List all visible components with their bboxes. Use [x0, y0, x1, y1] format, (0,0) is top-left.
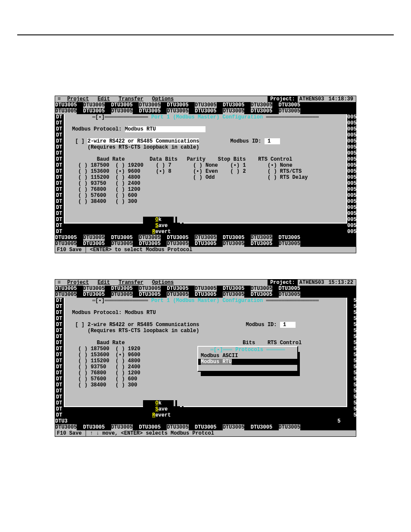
radio-baud-600[interactable]: ( )	[115, 193, 128, 199]
backdrop-left: DT DT DT DT DT DT DT DT DT DT DT DT DT D…	[55, 298, 64, 418]
menu-edit[interactable]: Edit	[93, 280, 114, 286]
dialog-title: ═[▪]══════════════ Port 1 (Modbus Master…	[65, 114, 346, 120]
backdrop-row: DTU3005 DTU3005 DTU3005 DTU3005 DTU3005 …	[55, 424, 356, 430]
clock: 15:13:22	[326, 280, 356, 286]
modbus-id-input[interactable]: 1	[265, 138, 280, 144]
revert-button[interactable]: Revert	[143, 412, 180, 418]
close-icon[interactable]: [▪]	[95, 114, 105, 120]
radio-baud-19200[interactable]: ( )	[115, 162, 128, 168]
status-hotkey: F10 Save	[57, 430, 82, 436]
menu-project[interactable]: Project	[63, 96, 93, 102]
column-headers: Baud Rate Data Bits Parity Stop Bits RTS…	[65, 156, 346, 162]
radio-baud-38400[interactable]: ( )	[78, 199, 91, 205]
radio-baud-4800[interactable]: ( )	[115, 358, 128, 364]
popup-opt-rtu[interactable]: Modbus RTU	[198, 359, 297, 365]
protocol-field[interactable]: Modbus Protocol: Modbus RTU	[65, 310, 346, 316]
column-headers: Baud Rate Bits RTS Control	[65, 340, 346, 346]
popup-title: ═[▪]═══ Protocols ══════	[198, 347, 297, 353]
radio-rts-cts[interactable]: ( )	[268, 168, 280, 174]
checkbox-2wire[interactable]: [ ] 2-wire RS422 or RS485 Communications	[69, 322, 199, 328]
menu-edit[interactable]: Edit	[93, 96, 114, 102]
radio-databits-7[interactable]: ( )	[156, 162, 168, 168]
radio-baud-76800[interactable]: ( )	[78, 187, 91, 193]
radio-baud-2400[interactable]: ( )	[115, 180, 128, 187]
radio-baud-115200[interactable]: ( )	[78, 174, 91, 180]
ok-button[interactable]: Ok	[143, 400, 174, 406]
ok-button[interactable]: Ok	[143, 217, 174, 223]
close-icon[interactable]: [▪]	[214, 347, 223, 353]
radio-baud-9600[interactable]: (•)	[115, 168, 128, 174]
radio-baud-38400[interactable]: ( )	[78, 382, 91, 388]
dialog-port1-config: DT DT DT DT DT DT DT DT DT DT DT DT DT D…	[55, 114, 356, 235]
backdrop-row: DTU3005 DTU3005 DTU3005 DTU3005 DTU3005 …	[55, 241, 356, 247]
backdrop-right: 005 005 005 005 005 005 005 005 005 005 …	[347, 114, 356, 235]
backdrop-row: DTU3005 DTU3005 DTU3005 DTU3005 DTU3005 …	[55, 235, 356, 241]
popup-opt-ascii[interactable]: Modbus ASCII	[198, 353, 297, 359]
radio-rts-none[interactable]: (•)	[268, 162, 280, 168]
modbus-id-label: Modbus ID:	[246, 322, 277, 328]
clock: 14:18:39	[326, 96, 356, 102]
project-label: Project:	[268, 96, 298, 102]
menu-options[interactable]: Options	[148, 280, 178, 286]
backdrop-row: DTU3005 DTU3005 DTU3005 DTU3005 DTU3005 …	[55, 102, 356, 108]
save-button[interactable]: Save	[143, 223, 180, 229]
status-hint: <ENTER> to select Modbus Protocol	[90, 247, 193, 253]
radio-baud-300[interactable]: ( )	[115, 382, 128, 388]
protocol-field[interactable]: Modbus Protocol: Modbus RTU	[65, 126, 346, 132]
project-name: ATHENS03	[298, 280, 326, 286]
close-icon[interactable]: [▪]	[95, 298, 105, 304]
statusbar: F10 Save│<ENTER> to select Modbus Protoc…	[55, 247, 356, 253]
protocol-value[interactable]: Modbus RTU	[125, 126, 206, 132]
statusbar: F10 Save│↑ ↓ move, <ENTER> selects Modbu…	[55, 430, 356, 436]
radio-baud-4800[interactable]: ( )	[115, 174, 128, 180]
protocols-popup: ═[▪]═══ Protocols ══════ Modbus ASCII Mo…	[197, 346, 298, 372]
backdrop-row: DTU3005 DTU3005 DTU3005 DTU3005 DTU3005 …	[55, 292, 356, 298]
menu-transfer[interactable]: Transfer	[114, 280, 148, 286]
modbus-id-input[interactable]: 1	[280, 322, 296, 328]
status-hint: ↑ ↓ move, <ENTER> selects Modbus Protcol	[90, 430, 214, 436]
terminal-figure-1: ≡ Project Edit Transfer Options Project:…	[55, 96, 356, 253]
radio-baud-1200[interactable]: ( )	[115, 370, 128, 376]
radio-stop-1[interactable]: (•)	[230, 162, 243, 168]
revert-button[interactable]: Revert	[143, 229, 180, 235]
backdrop-left: DT DT DT DT DT DT DT DT DT DT DT DT DT D…	[55, 114, 64, 235]
checkbox-note: (Requires RTS-CTS loopback in cable)	[65, 328, 346, 334]
radio-baud-187500[interactable]: ( )	[78, 346, 91, 352]
menu-options[interactable]: Options	[148, 96, 178, 102]
radio-parity-odd[interactable]: ( )	[193, 174, 206, 180]
modbus-id-label: Modbus ID:	[230, 138, 261, 144]
radio-baud-1200[interactable]: ( )	[115, 187, 128, 193]
menubar: ≡ Project Edit Transfer Options Project:…	[55, 96, 356, 102]
backdrop-right: 5 5 5 5 5 5 5 5 5 5 5 5 5 5 5 5 5 5 5 5	[347, 298, 356, 418]
radio-baud-76800[interactable]: ( )	[78, 370, 91, 376]
radio-databits-8[interactable]: (•)	[156, 168, 168, 174]
radio-baud-57600[interactable]: ( )	[78, 376, 91, 382]
radio-baud-9600[interactable]: (•)	[115, 352, 128, 358]
protocol-value[interactable]: Modbus RTU	[125, 310, 156, 316]
radio-baud-115200[interactable]: ( )	[78, 358, 91, 364]
menu-project[interactable]: Project	[63, 280, 93, 286]
radio-parity-none[interactable]: ( )	[193, 162, 206, 168]
dialog-title: ═[▪]══════════════ Port 1 (Modbus Master…	[65, 298, 346, 304]
menu-transfer[interactable]: Transfer	[114, 96, 148, 102]
radio-parity-even[interactable]: (•)	[193, 168, 206, 174]
radio-rts-delay[interactable]: ( )	[268, 174, 280, 180]
save-button[interactable]: Save	[143, 406, 180, 412]
app-menu-icon[interactable]: ≡	[55, 280, 63, 286]
backdrop-row: DTU3005 DTU3005 DTU3005 DTU3005 DTU3005 …	[55, 108, 356, 114]
radio-baud-187500[interactable]: ( )	[78, 162, 91, 168]
radio-baud-19200[interactable]: ( )	[115, 346, 128, 352]
radio-baud-153600[interactable]: ( )	[78, 352, 91, 358]
checkbox-2wire[interactable]: [ ] 2-wire RS422 or RS485 Communications	[69, 138, 199, 144]
app-menu-icon[interactable]: ≡	[55, 96, 63, 102]
radio-baud-153600[interactable]: ( )	[78, 168, 91, 174]
radio-baud-57600[interactable]: ( )	[78, 193, 91, 199]
radio-baud-600[interactable]: ( )	[115, 376, 128, 382]
project-name: ATHENS03	[298, 96, 326, 102]
radio-baud-93750[interactable]: ( )	[78, 180, 91, 187]
radio-baud-300[interactable]: ( )	[115, 199, 128, 205]
backdrop-row: DTU3005 DTU3005 DTU3005 DTU3005 DTU3005 …	[55, 286, 356, 292]
radio-baud-93750[interactable]: ( )	[78, 364, 91, 370]
radio-baud-2400[interactable]: ( )	[115, 364, 128, 370]
radio-stop-2[interactable]: ( )	[230, 168, 243, 174]
